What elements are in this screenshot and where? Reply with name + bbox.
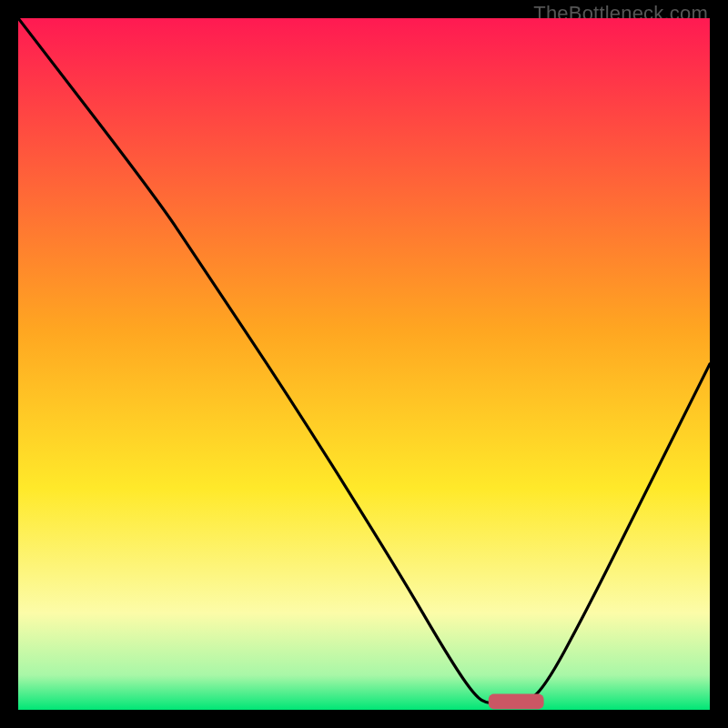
gradient-bg — [18, 18, 710, 710]
chart-frame: TheBottleneck.com — [0, 0, 728, 728]
bottleneck-chart — [18, 18, 710, 710]
optimum-marker — [489, 694, 544, 710]
